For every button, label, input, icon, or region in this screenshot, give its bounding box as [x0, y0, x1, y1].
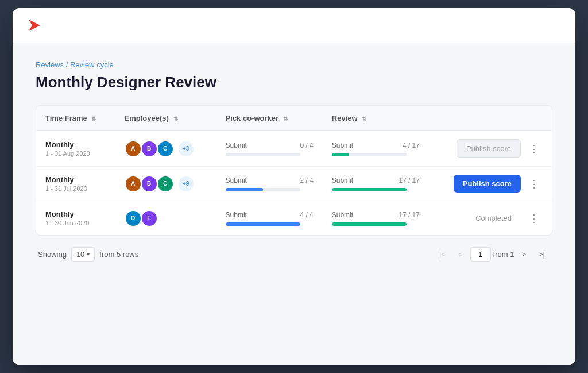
rows-value: 10 [76, 250, 84, 259]
prev-page-button[interactable]: < [453, 247, 468, 262]
col-review[interactable]: Review ⇅ [323, 106, 429, 131]
review-submit-label: Submit [332, 176, 353, 184]
coworker-submit-section: Submit 4 / 4 [226, 211, 314, 226]
avatar: C [157, 140, 174, 157]
data-table: Time Frame ⇅ Employee(s) ⇅ Pick co-worke… [36, 105, 552, 236]
review-submit-section: Submit 17 / 17 [332, 176, 420, 191]
review-progress-fill [332, 188, 407, 191]
timeframe-cell: Monthly 1 - 31 Jul 2020 [36, 167, 115, 201]
coworker-progress-fill [226, 188, 263, 191]
coworker-submit-label: Submit [226, 176, 247, 184]
review-progress-bg [332, 188, 407, 191]
timeframe-name: Monthly [45, 140, 106, 149]
chevron-down-icon: ▾ [87, 251, 90, 257]
timeframe-cell: Monthly 1 - 30 Jun 2020 [36, 201, 115, 236]
review-progress-bg [332, 222, 407, 226]
review-submit-section: Submit 4 / 17 [332, 141, 420, 156]
coworker-cell: Submit 0 / 4 [216, 131, 323, 167]
svg-marker-0 [29, 20, 40, 31]
topbar [13, 8, 575, 43]
more-options-button[interactable]: ⋮ [525, 176, 543, 191]
last-page-button[interactable]: >| [533, 247, 550, 262]
timeframe-name: Monthly [45, 210, 106, 218]
timeframe-date: 1 - 31 Jul 2020 [45, 185, 106, 192]
coworker-count: 4 / 4 [300, 211, 313, 219]
sort-review-icon: ⇅ [362, 116, 366, 122]
publish-score-button-active[interactable]: Publish score [454, 175, 521, 193]
sort-timeframe-icon: ⇅ [91, 116, 96, 122]
action-cell: Publish score⋮ [429, 131, 552, 167]
col-employees[interactable]: Employee(s) ⇅ [115, 106, 216, 131]
review-count: 17 / 17 [399, 211, 420, 219]
review-submit-label: Submit [332, 211, 353, 219]
first-page-button[interactable]: |< [434, 247, 451, 262]
coworker-progress-fill [226, 222, 300, 226]
timeframe-cell: Monthly 1 - 31 Aug 2020 [36, 131, 115, 167]
content-area: Reviews / Review cycle Monthly Designer … [13, 43, 575, 365]
pagination-row: Showing 10 ▾ from 5 rows |< < from 1 > >… [36, 247, 552, 262]
coworker-count: 2 / 4 [300, 176, 313, 184]
avatar-overflow-count: +3 [177, 140, 195, 157]
avatar-overflow-count: +9 [177, 175, 195, 193]
pagination-controls: |< < from 1 > >| [434, 247, 550, 262]
sort-employees-icon: ⇅ [173, 116, 178, 122]
review-count: 17 / 17 [399, 176, 420, 184]
completed-label: Completed [466, 209, 521, 227]
showing-section: Showing 10 ▾ from 5 rows [38, 247, 138, 262]
avatars-group: DE [125, 210, 207, 227]
next-page-button[interactable]: > [516, 247, 531, 262]
review-count: 4 / 17 [403, 141, 420, 149]
col-coworker[interactable]: Pick co-worker ⇅ [216, 106, 323, 131]
employees-cell: ABC+9 [115, 167, 216, 201]
timeframe-date: 1 - 30 Jun 2020 [45, 220, 106, 226]
action-group: Publish score⋮ [438, 175, 543, 193]
sort-coworker-icon: ⇅ [283, 116, 288, 122]
publish-score-button-disabled[interactable]: Publish score [457, 139, 521, 158]
showing-label: Showing [38, 250, 67, 259]
action-group: Publish score⋮ [438, 139, 543, 158]
action-group: Completed⋮ [438, 209, 543, 227]
avatar: E [141, 210, 158, 227]
table-row: Monthly 1 - 31 Jul 2020 ABC+9 Submit 2 /… [36, 167, 552, 201]
review-progress-fill [332, 222, 407, 226]
page-title: Monthly Designer Review [36, 74, 552, 91]
coworker-progress-bg [226, 222, 300, 226]
avatar: B [141, 175, 158, 193]
avatar: A [125, 140, 142, 157]
breadcrumb-review-cycle[interactable]: Review cycle [70, 60, 114, 69]
col-action [429, 106, 552, 131]
employees-cell: ABC+3 [115, 131, 216, 167]
avatars-group: ABC+9 [125, 175, 207, 193]
review-cell: Submit 4 / 17 [323, 131, 429, 167]
from-rows-label: from 5 rows [99, 250, 138, 259]
more-options-button[interactable]: ⋮ [525, 211, 543, 226]
timeframe-date: 1 - 31 Aug 2020 [45, 150, 106, 157]
coworker-submit-section: Submit 0 / 4 [226, 141, 314, 156]
from-pages-label: from 1 [493, 250, 514, 259]
coworker-submit-label: Submit [226, 211, 247, 219]
app-logo [24, 15, 45, 36]
review-progress-fill [332, 153, 350, 156]
app-window: Reviews / Review cycle Monthly Designer … [13, 8, 575, 365]
more-options-button[interactable]: ⋮ [525, 141, 543, 156]
table-row: Monthly 1 - 30 Jun 2020 DE Submit 4 / 4 … [36, 201, 552, 236]
avatar: D [125, 210, 142, 227]
breadcrumb: Reviews / Review cycle [36, 60, 552, 69]
review-submit-label: Submit [332, 141, 353, 149]
coworker-cell: Submit 2 / 4 [216, 167, 323, 201]
coworker-count: 0 / 4 [300, 141, 313, 149]
coworker-progress-bg [226, 153, 300, 156]
rows-per-page-select[interactable]: 10 ▾ [71, 247, 95, 262]
review-cell: Submit 17 / 17 [323, 201, 429, 236]
breadcrumb-reviews[interactable]: Reviews [36, 60, 64, 69]
page-number-input[interactable] [470, 247, 491, 262]
coworker-progress-bg [226, 188, 300, 191]
timeframe-name: Monthly [45, 175, 106, 184]
avatar: B [141, 140, 158, 157]
review-submit-section: Submit 17 / 17 [332, 211, 420, 226]
review-cell: Submit 17 / 17 [323, 167, 429, 201]
coworker-submit-label: Submit [226, 141, 247, 149]
col-timeframe[interactable]: Time Frame ⇅ [36, 106, 115, 131]
review-progress-bg [332, 153, 407, 156]
avatar: A [125, 175, 142, 193]
